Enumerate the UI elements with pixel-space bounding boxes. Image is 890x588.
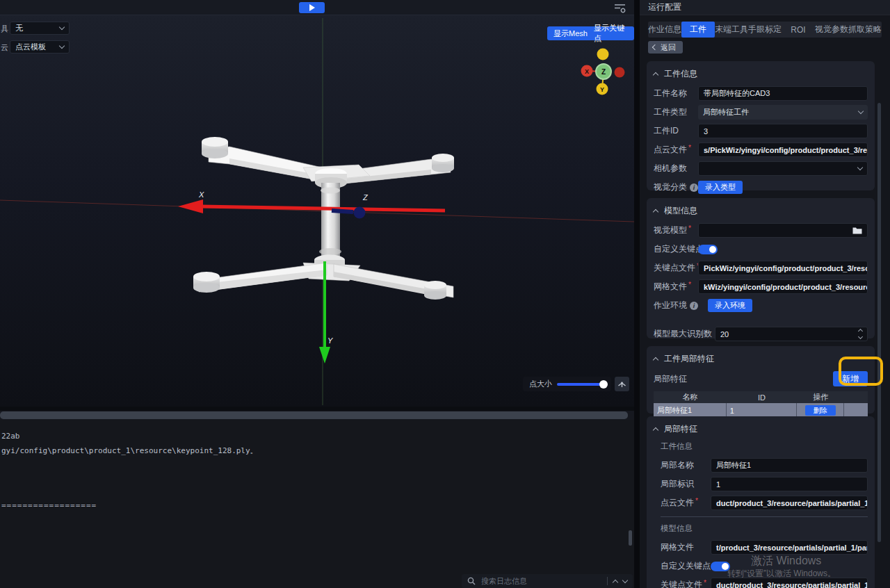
delete-button[interactable]: 删除 [805, 405, 836, 416]
run-button[interactable] [299, 2, 325, 13]
record-env-button[interactable]: 录入环境 [708, 299, 752, 312]
orientation-gizmo[interactable]: X Z Y [581, 49, 625, 95]
x-axis-label: X [198, 190, 204, 199]
pointcloud-file-input[interactable]: s/PickWiz/yingyi/config/product/product_… [698, 142, 868, 157]
partial-detail-header[interactable]: 局部特征 [654, 423, 868, 435]
workpiece-type-select[interactable]: 局部特征工件 [698, 105, 868, 120]
tab-vision-params[interactable]: 视觉参数 [815, 22, 848, 38]
tab-grasp-strategy[interactable]: 抓取策略 [848, 22, 882, 38]
tab-workpiece[interactable]: 工件 [681, 22, 715, 38]
camera-params-select[interactable] [698, 161, 868, 176]
section-title: 工件局部特征 [664, 353, 714, 365]
gizmo-neg-y[interactable] [597, 49, 609, 60]
mesh-file-input[interactable]: kWiz/yingyi/config/product/product_3/res… [698, 279, 868, 294]
field-label: 模型最大识别数 [654, 328, 715, 340]
field-label: 点云文件 [654, 144, 698, 156]
field-label: 局部特征 [654, 373, 698, 385]
tab-hand-eye[interactable]: 手眼标定 [748, 22, 782, 38]
tab-bar: 作业信息 工件 末端工具 手眼标定 ROI 视觉参数 抓取策略 [648, 22, 882, 38]
sub-section-title: 模型信息 [661, 523, 868, 534]
search-next-icon[interactable] [622, 578, 628, 583]
max-recognition-input[interactable]: 20 [715, 327, 868, 341]
partial-detail-card: 局部特征 工件信息 局部名称 局部特征1 局部标识 1 点云文件 duct/pr… [647, 416, 875, 588]
log-scrollbar-thumb[interactable] [629, 530, 632, 546]
y-axis-label: Y [327, 336, 333, 345]
partial-keypoint-file-input[interactable]: duct/product_3/resource/partials/partial… [711, 578, 868, 588]
search-prev-icon[interactable] [613, 579, 618, 585]
partial-cloud-file-input[interactable]: duct/product_3/resource/partials/partial… [711, 496, 868, 510]
z-axis-label: Z [362, 193, 369, 202]
field-label: 关键点文件 [654, 262, 698, 274]
tab-roi[interactable]: ROI [782, 22, 815, 38]
keypoint-file-input[interactable]: PickWiz/yingyi/config/product/product_3/… [698, 261, 868, 275]
field-label: 相机参数 [654, 163, 698, 174]
horizontal-scrollbar[interactable] [0, 411, 634, 420]
folder-icon[interactable] [852, 227, 862, 234]
row-name: 局部特征1 [654, 403, 727, 418]
table-row[interactable]: 局部特征1 1 删除 [654, 403, 868, 418]
row-id: 1 [727, 403, 798, 418]
left-workspace: 具 无 云 点云模板 显示Mesh 显示关键点 [0, 0, 634, 588]
custom-keypoint-toggle[interactable] [698, 245, 718, 254]
panel-title: 运行配置 [648, 1, 681, 13]
point-size-label: 点大小 [529, 379, 552, 389]
slider-knob[interactable] [599, 380, 608, 389]
chevron-down-icon [857, 165, 863, 170]
section-title: 局部特征 [664, 423, 697, 435]
tab-end-tool[interactable]: 末端工具 [715, 22, 748, 38]
col-action: 操作 [797, 392, 844, 402]
add-partial-button[interactable]: 新增 [833, 371, 868, 386]
search-icon [467, 577, 476, 585]
field-label: 局部标识 [661, 478, 711, 490]
partial-features-header[interactable]: 工件局部特征 [654, 353, 868, 365]
record-type-button[interactable]: 录入类型 [698, 181, 743, 194]
log-search-input[interactable] [481, 577, 601, 585]
workpiece-name-input[interactable]: 带局部特征的CAD3 [698, 86, 868, 101]
config-panel: 运行配置 作业信息 工件 末端工具 手眼标定 ROI 视觉参数 抓取策略 返回 … [640, 0, 890, 588]
axes-widget-button[interactable] [615, 377, 629, 391]
log-settings-icon[interactable] [614, 3, 626, 15]
field-label: 关键点文件 [661, 579, 711, 588]
tab-job-info[interactable]: 作业信息 [648, 22, 681, 38]
section-title: 工件信息 [664, 68, 697, 80]
panel-scrollbar-thumb[interactable] [877, 103, 881, 542]
partials-table: 名称 ID 操作 局部特征1 1 删除 [654, 391, 868, 418]
axes-icon [617, 379, 626, 389]
partial-custom-keypoint-toggle[interactable] [711, 562, 730, 571]
3d-viewport[interactable]: 具 无 云 点云模板 显示Mesh 显示关键点 [0, 15, 634, 407]
field-label: 网格文件 [661, 541, 711, 553]
field-label: 工件类型 [654, 106, 698, 118]
partial-features-card: 工件局部特征 局部特征 新增 名称 ID 操作 局部特征1 1 删除 [647, 346, 875, 414]
col-id: ID [727, 393, 798, 402]
field-label: 视觉分类i [654, 181, 698, 193]
info-icon[interactable]: i [690, 183, 698, 192]
gizmo-z-label: Z [601, 68, 606, 76]
horizontal-scrollbar-thumb[interactable] [0, 411, 628, 419]
gizmo-y-label: Y [600, 86, 604, 93]
log-search-bar [462, 574, 633, 588]
collapse-icon [653, 209, 658, 215]
partial-id-input[interactable]: 1 [711, 477, 868, 491]
workpiece-id-input[interactable]: 3 [698, 124, 868, 138]
section-title: 模型信息 [664, 205, 697, 217]
partial-mesh-file-input[interactable]: t/product_3/resource/partials/partial_1/… [711, 540, 868, 555]
point-size-slider[interactable] [557, 383, 605, 386]
point-size-control: 点大小 [523, 377, 611, 391]
field-label: 网格文件 [654, 281, 698, 293]
collapse-icon [653, 427, 658, 433]
log-line: ================== [1, 501, 97, 510]
col-name: 名称 [654, 392, 727, 402]
number-spinner[interactable] [859, 329, 862, 338]
field-label: 局部名称 [661, 459, 711, 471]
model-info-header[interactable]: 模型信息 [654, 205, 868, 217]
3d-scene[interactable]: X Z Y X Z Y [0, 15, 634, 407]
info-icon[interactable]: i [690, 302, 698, 310]
vision-model-input[interactable] [698, 223, 868, 238]
workpiece-info-header[interactable]: 工件信息 [654, 68, 868, 80]
table-header-row: 名称 ID 操作 [654, 391, 868, 403]
gizmo-neg-x[interactable] [615, 67, 625, 78]
partial-name-input[interactable]: 局部特征1 [711, 458, 868, 473]
field-label: 工件名称 [654, 88, 698, 99]
back-button[interactable]: 返回 [648, 41, 683, 54]
field-label: 视觉模型 [654, 224, 698, 236]
